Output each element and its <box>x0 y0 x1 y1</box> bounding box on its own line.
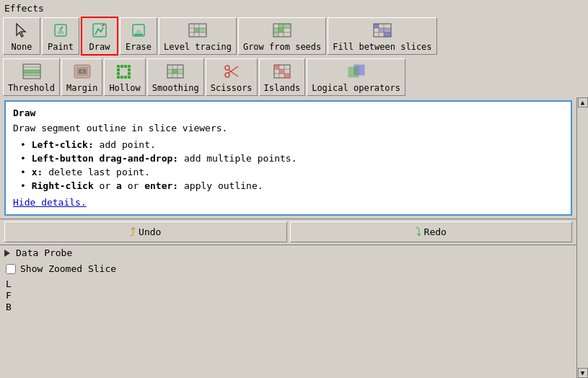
tool-logical-operators[interactable]: Logical operators <box>307 58 405 96</box>
svg-rect-56 <box>128 76 131 79</box>
hide-details-link[interactable]: Hide details. <box>13 197 87 208</box>
logical-operators-label: Logical operators <box>312 83 400 93</box>
instr1-rest: add point. <box>100 139 156 150</box>
instruction-2: Left-button drag-and-drop: add multiple … <box>20 153 563 164</box>
instr4-or2: or <box>128 180 144 191</box>
redo-arrow-icon: ⤵ <box>416 225 421 239</box>
fill-between-slices-icon <box>372 20 392 40</box>
tool-smoothing[interactable]: Smoothing <box>147 58 204 96</box>
tool-islands[interactable]: Islands <box>259 58 306 96</box>
erase-icon <box>128 20 149 40</box>
svg-rect-39 <box>23 73 40 76</box>
l-label: L <box>6 278 571 289</box>
show-zoomed-slice-row: Show Zoomed Slice <box>6 263 571 274</box>
svg-rect-50 <box>128 69 131 71</box>
svg-point-44 <box>81 70 84 73</box>
svg-rect-76 <box>279 69 284 74</box>
fill-between-slices-label: Fill between slices <box>333 42 431 52</box>
lf-labels: L F B <box>6 278 571 312</box>
svg-marker-0 <box>17 24 25 37</box>
logical-operators-icon <box>346 61 367 82</box>
threshold-label: Threshold <box>8 83 55 93</box>
hollow-icon <box>115 61 135 82</box>
svg-rect-13 <box>199 28 206 32</box>
none-icon <box>12 20 32 40</box>
svg-rect-48 <box>128 65 131 68</box>
tool-scissors[interactable]: Scissors <box>206 58 258 96</box>
effects-text: Effects <box>4 3 44 14</box>
instruction-3: x: delete last point. <box>20 167 563 177</box>
tool-level-tracing[interactable]: Level tracing <box>159 17 237 55</box>
redo-button[interactable]: ⤵ Redo <box>290 221 573 242</box>
tool-paint[interactable]: Paint <box>42 17 79 55</box>
undo-button[interactable]: ⤴ Undo <box>4 221 287 242</box>
svg-rect-53 <box>117 76 120 79</box>
redo-label: Redo <box>424 227 447 237</box>
instr2-bold: Left-button drag-and-drop: <box>32 153 179 164</box>
tool-erase[interactable]: Erase <box>120 17 157 55</box>
tool-fill-between-slices[interactable]: Fill between slices <box>328 17 436 55</box>
data-probe-expand-icon[interactable] <box>4 250 10 257</box>
content-area: Draw Draw segment outline in slice viewe… <box>0 97 576 378</box>
svg-rect-49 <box>117 69 120 71</box>
show-zoomed-slice-label: Show Zoomed Slice <box>20 263 116 274</box>
grow-icon <box>272 20 292 40</box>
svg-rect-30 <box>384 32 391 37</box>
undo-arrow-icon: ⤴ <box>130 225 136 239</box>
tool-draw[interactable]: Draw <box>81 17 118 56</box>
svg-rect-63 <box>167 69 172 74</box>
instr4-or1: or <box>100 180 116 191</box>
svg-line-68 <box>229 70 238 76</box>
svg-rect-20 <box>284 24 291 28</box>
instr4-rest: apply outline. <box>184 180 263 191</box>
svg-rect-74 <box>274 65 279 69</box>
content-with-scroll: Draw Draw segment outline in slice viewe… <box>0 97 588 378</box>
scroll-down-button[interactable]: ▼ <box>578 368 588 378</box>
svg-rect-23 <box>273 32 278 37</box>
erase-label: Erase <box>126 42 152 52</box>
instr4-bold3: enter: <box>144 180 178 191</box>
svg-rect-45 <box>117 65 120 68</box>
islands-label: Islands <box>264 83 301 93</box>
svg-rect-79 <box>354 67 359 75</box>
undo-redo-row: ⤴ Undo ⤵ Redo <box>0 219 576 245</box>
svg-rect-38 <box>23 70 40 73</box>
tool-hollow[interactable]: Hollow <box>104 58 145 96</box>
main-container: Effects None Paint <box>0 0 588 378</box>
data-probe-header: Data Probe <box>0 245 576 260</box>
svg-line-4 <box>102 25 105 26</box>
scrollbar: ▲ ▼ <box>576 97 588 378</box>
svg-rect-55 <box>124 76 127 79</box>
f-label: F <box>6 290 571 301</box>
paint-icon <box>51 20 71 40</box>
effects-label: Effects <box>0 0 588 15</box>
data-probe-title: Data Probe <box>16 247 72 258</box>
svg-rect-75 <box>284 74 290 78</box>
instr4-bold2: a <box>116 180 122 191</box>
scroll-up-button[interactable]: ▲ <box>578 97 588 107</box>
tool-threshold[interactable]: Threshold <box>3 58 60 96</box>
svg-rect-12 <box>194 28 199 32</box>
b-label: B <box>6 302 571 312</box>
instr2-rest: add multiple points. <box>184 153 297 164</box>
instr3-rest: delete last point. <box>48 167 150 177</box>
tool-grow-from-seeds[interactable]: Grow from seeds <box>238 17 326 55</box>
svg-line-67 <box>229 66 238 73</box>
svg-line-2 <box>60 27 63 30</box>
instruction-4: Right-click or a or enter: apply outline… <box>20 180 563 191</box>
svg-rect-19 <box>278 24 284 28</box>
tool-none[interactable]: None <box>3 17 40 55</box>
instruction-1: Left-click: add point. <box>20 139 563 150</box>
none-label: None <box>12 42 32 52</box>
detail-instructions: Left-click: add point. Left-button drag-… <box>20 139 563 191</box>
threshold-icon <box>22 61 42 82</box>
instr4-bold1: Right-click <box>32 180 94 191</box>
data-probe-body: Show Zoomed Slice L F B <box>0 260 576 315</box>
svg-rect-47 <box>124 65 127 68</box>
hollow-label: Hollow <box>109 83 140 93</box>
show-zoomed-slice-checkbox[interactable] <box>6 264 16 274</box>
svg-rect-32 <box>384 28 391 32</box>
paint-label: Paint <box>48 42 74 52</box>
tool-margin[interactable]: Margin <box>61 58 102 96</box>
svg-point-65 <box>225 73 229 77</box>
